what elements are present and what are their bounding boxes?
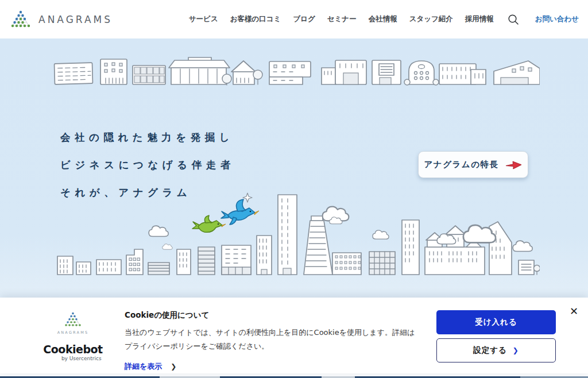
search-button[interactable] — [507, 13, 520, 26]
anagrams-triangle-logo-icon — [9, 9, 33, 30]
anagrams-mini-wordmark: ANAGRAMS — [57, 330, 89, 335]
cookie-accept-button[interactable]: 受け入れる — [436, 310, 556, 334]
cookie-consent-banner: ANAGRAMS Cookiebot by Usercentrics Cooki… — [0, 298, 588, 373]
nav-item-recruit[interactable]: 採用情報 — [465, 14, 494, 24]
anagrams-mini-logo: ANAGRAMS — [57, 311, 89, 335]
cookie-details-link[interactable]: 詳細を表示 ❯ — [125, 361, 421, 372]
features-cta-label: アナグラムの特長 — [424, 159, 498, 170]
contact-link[interactable]: お問い合わせ — [535, 14, 579, 24]
cookie-banner-buttons: 受け入れる 設定する ❯ — [436, 310, 556, 373]
cookie-settings-label: 設定する — [473, 345, 507, 356]
cookiebot-byline: by Usercentrics — [43, 356, 102, 361]
features-cta-button[interactable]: アナグラムの特長 — [418, 151, 528, 178]
cookie-banner-logos: ANAGRAMS Cookiebot by Usercentrics — [33, 310, 113, 373]
page-bottom-edge — [0, 373, 588, 378]
nav-item-company[interactable]: 会社情報 — [369, 14, 397, 24]
nav-item-services[interactable]: サービス — [189, 14, 218, 24]
tagline-line-1: 会社の隠れた魅力を発掘し — [60, 130, 235, 144]
cookie-details-label: 詳細を表示 — [125, 361, 162, 372]
chevron-right-icon: ❯ — [171, 362, 176, 371]
sparkle-icon — [243, 193, 252, 202]
cookie-banner-content: Cookieの使用について 当社のウェブサイトでは、サイトの利便性向上を目的にC… — [113, 310, 436, 373]
red-arrow-icon — [505, 160, 523, 170]
nav-item-blog[interactable]: ブログ — [293, 14, 315, 24]
nav-item-seminar[interactable]: セミナー — [327, 14, 357, 24]
cookiebot-logo: Cookiebot by Usercentrics — [43, 344, 102, 361]
green-bird-illustration — [192, 215, 226, 232]
main-nav: サービス お客様の口コミ ブログ セミナー 会社情報 スタッフ紹介 採用情報 お… — [189, 13, 579, 26]
header: ANAGRAMS サービス お客様の口コミ ブログ セミナー 会社情報 スタッフ… — [0, 0, 588, 38]
anagrams-triangle-logo-icon — [63, 311, 83, 329]
cookiebot-wordmark: Cookiebot — [43, 344, 102, 355]
chevron-right-icon: ❯ — [513, 346, 519, 354]
top-buildings-illustration — [53, 54, 540, 87]
cookie-banner-title: Cookieの使用について — [125, 310, 421, 321]
search-icon — [508, 14, 519, 25]
cookie-close-button[interactable]: ✕ — [570, 306, 578, 317]
tagline-line-2: ビジネスにつなげる伴走者 — [60, 158, 235, 172]
nav-item-reviews[interactable]: お客様の口コミ — [230, 14, 281, 24]
brand-logo[interactable]: ANAGRAMS — [9, 9, 113, 30]
nav-item-staff[interactable]: スタッフ紹介 — [409, 14, 453, 24]
blue-bird-illustration — [221, 199, 259, 225]
brand-wordmark: ANAGRAMS — [38, 14, 113, 25]
city-skyline-illustration — [53, 191, 540, 276]
cookie-banner-body: 当社のウェブサイトでは、サイトの利便性向上を目的にCookieを使用します。詳細… — [125, 326, 421, 353]
cookie-settings-button[interactable]: 設定する ❯ — [436, 338, 556, 362]
